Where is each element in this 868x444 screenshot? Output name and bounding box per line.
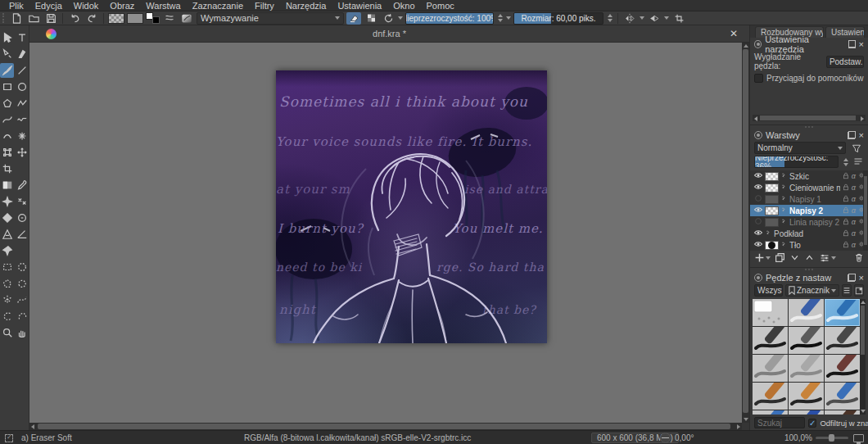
menu-item-obraz[interactable]: Obraz	[104, 0, 140, 11]
layer-row-szkic[interactable]: Szkicα	[750, 170, 868, 182]
similar-select-tool[interactable]	[15, 309, 29, 324]
layer-lock-icon[interactable]	[842, 183, 850, 193]
blend-mode-dropdown[interactable]: Normalny	[754, 142, 846, 154]
freehand-path-tool[interactable]	[15, 112, 29, 127]
brush-preset-pencil-blue-2[interactable]	[753, 410, 788, 415]
new-document-button[interactable]	[9, 12, 24, 25]
canvas-viewport[interactable]: Sometimes all i think about youYour voic…	[29, 43, 742, 423]
polyline-tool[interactable]	[15, 96, 29, 111]
canvas-horizontal-scrollbar[interactable]	[29, 423, 742, 430]
opacity-dropdown-caret[interactable]	[506, 16, 511, 20]
layer-alpha-lock-icon[interactable]: α	[852, 172, 856, 180]
polygon-tool[interactable]	[0, 96, 14, 111]
smart-patch-tool[interactable]	[15, 194, 29, 209]
brush-grid-scrollbar[interactable]	[860, 299, 866, 415]
inherit-alpha-icon[interactable]	[780, 171, 788, 181]
reload-preset-button[interactable]	[381, 12, 396, 25]
undo-button[interactable]	[67, 12, 82, 25]
layer-visible-eye-icon[interactable]	[753, 205, 763, 216]
wrap-around-button[interactable]	[671, 12, 686, 25]
layer-hidden-eye-icon[interactable]	[753, 193, 763, 205]
layer-alpha-lock-icon[interactable]: α	[852, 183, 856, 192]
close-panel-icon[interactable]: ×	[859, 40, 864, 48]
save-button[interactable]	[43, 12, 58, 25]
multibrush-tool[interactable]	[15, 129, 29, 143]
layer-visible-eye-icon[interactable]	[753, 170, 763, 182]
freehand-brush-tool[interactable]	[0, 63, 14, 78]
layer-thumbnail[interactable]	[765, 241, 779, 250]
magnetic-select-tool[interactable]	[0, 309, 14, 324]
layer-row-napisy-2[interactable]: Napisy 2α	[750, 205, 868, 216]
polygon-select-tool[interactable]	[0, 276, 14, 291]
color-sampler-tool[interactable]	[15, 178, 29, 193]
selection-mode-icon[interactable]	[5, 434, 13, 442]
move-layer-up-button[interactable]	[804, 253, 815, 262]
move-layer-down-button[interactable]	[789, 253, 800, 262]
scroll-left-arrow-icon[interactable]	[31, 424, 34, 429]
measure-tool[interactable]	[15, 227, 29, 242]
brush-preset-airbrush-dark[interactable]	[753, 327, 788, 354]
colorize-mask-tool[interactable]	[0, 194, 14, 209]
brush-preset-tool-blue[interactable]	[789, 410, 824, 415]
canvas-vertical-scrollbar[interactable]	[742, 43, 749, 423]
enclose-fill-tool[interactable]	[15, 211, 29, 225]
opacity-slider[interactable]: Nieprzezroczystość: 100%	[405, 12, 494, 25]
layer-opacity-slider[interactable]: Nieprzezroczystość: 36%	[754, 156, 839, 168]
mirror-horizontal-button[interactable]	[622, 12, 637, 25]
layer-properties-button[interactable]	[819, 253, 836, 263]
layer-lock-icon[interactable]	[842, 229, 850, 238]
layer-alpha-lock-icon[interactable]: α	[852, 195, 856, 203]
menu-item-filtry[interactable]: Filtry	[249, 0, 280, 11]
fit-to-screen-icon[interactable]	[853, 434, 864, 442]
add-layer-button[interactable]	[754, 252, 771, 263]
layer-thumbnail[interactable]	[765, 195, 779, 204]
layer-thumbnail[interactable]	[765, 172, 779, 181]
edit-shapes-tool[interactable]	[0, 47, 14, 61]
scroll-down-arrow-icon[interactable]	[744, 418, 748, 421]
inherit-alpha-icon[interactable]	[780, 217, 788, 227]
brush-editor-button[interactable]	[179, 12, 194, 25]
reload-dropdown-caret[interactable]	[398, 16, 403, 20]
float-panel-icon[interactable]	[848, 274, 856, 282]
brush-filter-dropdown[interactable]: Wszystkie	[754, 284, 783, 297]
text-tool[interactable]	[15, 30, 29, 45]
gradient-tool[interactable]	[0, 178, 14, 193]
brush-preset-eraser-soft[interactable]	[753, 299, 788, 326]
snap-to-assistants-checkbox[interactable]	[754, 74, 763, 83]
brush-preset-pencil-blue[interactable]	[825, 383, 860, 410]
contiguous-select-tool[interactable]	[0, 292, 14, 307]
inherit-alpha-icon[interactable]	[780, 194, 788, 204]
layer-lock-icon[interactable]	[842, 194, 850, 204]
brush-search-input[interactable]	[754, 417, 805, 428]
layer-alpha-lock-icon[interactable]: α	[852, 229, 856, 238]
mirror-vertical-button[interactable]	[647, 12, 662, 25]
smoothing-mode-dropdown[interactable]: Podstaw...	[826, 56, 864, 68]
brush-preset-pen-silver[interactable]	[789, 355, 824, 382]
scroll-right-arrow-icon[interactable]	[737, 424, 740, 429]
transform-tool[interactable]	[0, 145, 14, 160]
brush-preset-marker-orange[interactable]	[789, 383, 824, 410]
menu-item-zaznaczanie[interactable]: Zaznaczanie	[187, 0, 249, 11]
preserve-alpha-button[interactable]	[364, 12, 378, 25]
brush-preset-brush-silver[interactable]	[753, 355, 788, 382]
inherit-alpha-icon[interactable]	[780, 206, 788, 215]
mirror-vertical-caret[interactable]	[664, 16, 669, 20]
tool-options-scrollbar[interactable]	[753, 115, 866, 121]
layer-visible-eye-icon[interactable]	[753, 239, 763, 251]
assistants-tool[interactable]	[0, 227, 14, 242]
inherit-alpha-icon[interactable]	[780, 183, 788, 193]
bezier-select-tool[interactable]	[15, 292, 29, 307]
layer-thumbnail[interactable]	[765, 206, 779, 215]
canvas-rotation-icon[interactable]	[660, 433, 671, 443]
freehand-select-tool[interactable]	[15, 276, 29, 291]
bezier-curve-tool[interactable]	[0, 112, 14, 127]
horizontal-scroll-thumb[interactable]	[38, 424, 730, 429]
ellipse-tool[interactable]	[15, 79, 29, 94]
opacity-spinner[interactable]	[496, 12, 504, 25]
calligraphy-tool[interactable]	[15, 47, 29, 61]
layer-visible-eye-icon[interactable]	[753, 182, 763, 193]
rect-select-tool[interactable]	[0, 260, 14, 274]
mirror-horizontal-caret[interactable]	[640, 16, 644, 20]
layer-row-napisy-1[interactable]: Napisy 1α	[750, 193, 868, 205]
brush-preset-dropdown[interactable]: Wymazywanie	[197, 12, 344, 25]
